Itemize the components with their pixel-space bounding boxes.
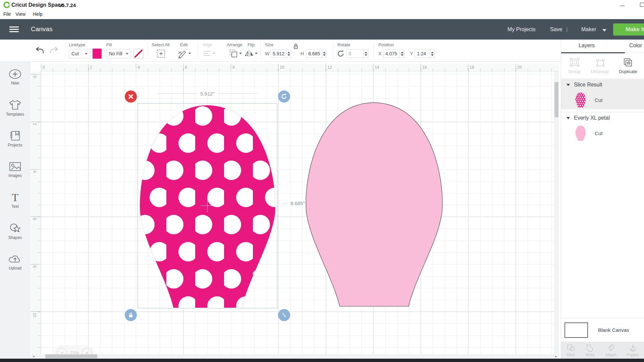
align-label: Align <box>203 42 212 47</box>
tools-sidebar: New Templates Projects Images T Text Sha… <box>0 62 30 359</box>
align-icon <box>203 50 211 58</box>
tab-layers[interactable]: Layers <box>579 43 595 49</box>
petal-shape[interactable] <box>304 101 444 307</box>
collapse-triangle-icon[interactable] <box>567 84 570 86</box>
undo-icon[interactable] <box>35 46 45 55</box>
zoom-out-button[interactable]: − <box>57 348 67 354</box>
panel-tabs: Layers Color Sync <box>561 40 644 53</box>
flip-caret-icon[interactable] <box>255 53 258 54</box>
horizontal-scroll-thumb[interactable] <box>45 354 97 358</box>
layer-group-header[interactable]: Everly XL petal <box>561 112 644 124</box>
ruler-number: 6 <box>185 65 187 70</box>
height-letter: H <box>301 51 304 56</box>
redo-icon[interactable] <box>49 46 59 55</box>
height-stepper[interactable] <box>322 49 327 58</box>
size-label: Size <box>265 42 273 47</box>
cricut-logo-icon <box>3 1 11 9</box>
lock-icon <box>128 312 134 318</box>
my-projects-link[interactable]: My Projects <box>507 26 536 33</box>
attach-paperclip-icon <box>606 344 615 352</box>
resize-handle[interactable] <box>278 309 290 321</box>
menu-help[interactable]: Help <box>33 11 43 17</box>
layer-row-slice-cut[interactable]: Cut <box>561 90 644 109</box>
scroll-left-icon[interactable]: ◄ <box>31 355 36 358</box>
machine-selector[interactable]: Maker <box>581 26 596 33</box>
minimize-button[interactable]: — <box>620 3 625 8</box>
duplicate-button[interactable]: Duplicate <box>619 58 637 74</box>
ruler-number: 2 <box>32 123 37 128</box>
size-lock-icon[interactable] <box>292 43 299 50</box>
arrange-icon[interactable] <box>229 49 238 59</box>
position-y-stepper[interactable] <box>430 49 435 58</box>
rotate-handle[interactable] <box>278 90 290 103</box>
width-stepper[interactable] <box>286 49 291 58</box>
design-canvas[interactable]: 5.912" 8.685" <box>41 71 554 354</box>
taskbar-strip <box>0 359 644 362</box>
vertical-scrollbar[interactable] <box>554 71 559 354</box>
delete-handle[interactable] <box>125 90 137 103</box>
sidebar-item-shapes[interactable]: Shapes <box>0 216 30 247</box>
linetype-color-swatch[interactable] <box>93 49 102 59</box>
text-icon: T <box>12 192 18 202</box>
select-all-icon[interactable] <box>156 49 166 58</box>
position-y-input[interactable]: 1.24 <box>415 49 430 58</box>
petal-thumbnail <box>575 125 586 141</box>
lock-handle[interactable] <box>125 309 137 321</box>
menu-bar: File View Help <box>0 10 644 19</box>
app-header: Canvas My Projects Save | Maker Make It <box>0 19 644 40</box>
horizontal-scrollbar[interactable]: ◄ ► <box>31 354 559 359</box>
duplicate-icon <box>623 58 633 67</box>
width-input[interactable]: 5.912 <box>270 49 286 58</box>
fill-select[interactable]: No Fill <box>106 49 131 58</box>
make-it-button[interactable]: Make It <box>613 23 644 36</box>
menu-view[interactable]: View <box>15 11 25 17</box>
window-titlebar: Cricut Design Space v5.7.24 — <box>0 0 644 10</box>
sidebar-item-images[interactable]: Images <box>0 154 30 185</box>
tab-color-sync[interactable]: Color Sync <box>629 43 644 49</box>
group-icon <box>570 58 580 67</box>
ruler-number: 2 <box>90 65 92 70</box>
arrange-caret-icon[interactable] <box>239 53 242 54</box>
layers-panel: Layers Color Sync Group UnGrou <box>561 40 644 359</box>
edit-caret-icon[interactable] <box>189 53 191 54</box>
sidebar-item-label: Images <box>8 173 21 178</box>
zoom-in-button[interactable]: + <box>82 348 92 354</box>
images-icon <box>9 162 21 172</box>
select-all-label: Select All <box>152 42 169 47</box>
close-icon <box>128 94 133 99</box>
blank-canvas-row[interactable]: Blank Canvas <box>561 318 644 342</box>
rotate-input[interactable]: 0 <box>346 49 364 58</box>
sidebar-item-projects[interactable]: Projects <box>0 123 30 154</box>
layer-row-everly-cut[interactable]: Cut <box>561 124 644 142</box>
ruler-number: 8 <box>32 265 37 271</box>
flip-icon[interactable] <box>244 49 254 58</box>
no-fill-swatch[interactable] <box>133 49 144 59</box>
position-x-stepper[interactable] <box>400 49 405 58</box>
linetype-select[interactable]: Cut <box>69 49 90 58</box>
sidebar-item-upload[interactable]: Upload <box>0 247 30 278</box>
sidebar-item-templates[interactable]: Templates <box>0 93 30 123</box>
fill-label: Fill <box>106 42 112 47</box>
collapse-triangle-icon[interactable] <box>567 117 570 119</box>
chevron-down-icon[interactable] <box>602 29 606 32</box>
save-link[interactable]: Save <box>550 26 562 33</box>
height-input[interactable]: 8.685 <box>306 49 322 58</box>
maximize-button[interactable] <box>640 3 644 7</box>
rotate-icon[interactable] <box>337 50 345 58</box>
group-button: Group <box>568 58 580 74</box>
rotate-stepper[interactable] <box>364 49 368 58</box>
edit-scissors-icon[interactable] <box>177 49 187 58</box>
hamburger-menu-icon[interactable] <box>9 26 19 33</box>
horizontal-ruler: 0 2 4 6 8 10 12 14 16 18 20 <box>41 64 559 71</box>
layer-group-everly: Everly XL petal Cut <box>561 112 644 142</box>
ruler-number: 4 <box>32 171 37 176</box>
sidebar-item-text[interactable]: T Text <box>0 185 30 216</box>
layer-group-header[interactable]: Slice Result <box>561 79 644 90</box>
position-x-input[interactable]: 4.075 <box>383 49 400 58</box>
menu-file[interactable]: File <box>3 11 11 17</box>
sidebar-item-new[interactable]: New <box>0 62 30 93</box>
ruler-number: 16 <box>422 65 427 70</box>
vertical-scroll-thumb[interactable] <box>554 82 558 117</box>
upload-cloud-icon <box>8 254 22 264</box>
scroll-right-icon[interactable]: ► <box>553 355 559 358</box>
